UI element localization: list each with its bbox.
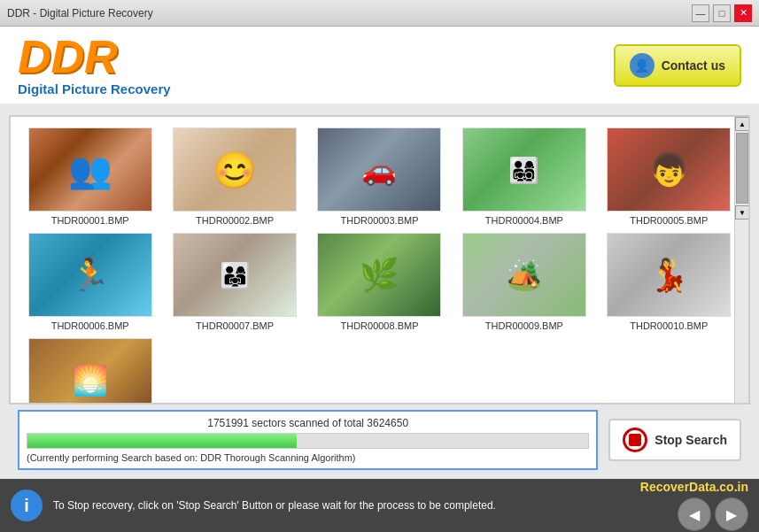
main-content: THDR00001.BMPTHDR00002.BMPTHDR00003.BMPT…	[0, 106, 759, 479]
photo-item[interactable]: THDR00011.BMP	[21, 338, 159, 403]
photo-thumbnail	[28, 338, 152, 403]
photo-filename: THDR00005.BMP	[630, 215, 708, 226]
brand-text: RecoverData.co.in	[640, 480, 748, 494]
back-button[interactable]: ◀	[678, 497, 711, 531]
photo-item[interactable]: THDR00009.BMP	[455, 233, 592, 331]
header-left: DDR Digital Picture Recovery	[18, 34, 171, 96]
photo-item[interactable]: THDR00005.BMP	[600, 127, 738, 226]
forward-button[interactable]: ▶	[715, 497, 748, 531]
scrollbar-thumb[interactable]	[736, 133, 748, 204]
photo-filename: THDR00003.BMP	[340, 215, 418, 226]
maximize-button[interactable]: □	[713, 4, 731, 22]
minimize-button[interactable]: —	[692, 4, 709, 22]
photo-item[interactable]: THDR00007.BMP	[166, 233, 303, 331]
scrollbar[interactable]: ▲ ▼	[734, 117, 748, 403]
progress-area: 1751991 sectors scanned of total 3624650…	[9, 405, 750, 470]
scan-algorithm-text: (Currently performing Search based on: D…	[27, 452, 589, 463]
photo-thumbnail	[173, 233, 297, 317]
scan-progress-text: 1751991 sectors scanned of total 3624650	[27, 417, 589, 429]
photo-item[interactable]: THDR00002.BMP	[166, 127, 303, 226]
stop-icon	[623, 428, 647, 452]
photo-filename: THDR00008.BMP	[340, 320, 418, 331]
app-subtitle: Digital Picture Recovery	[18, 81, 171, 96]
scrollbar-down-button[interactable]: ▼	[735, 205, 749, 220]
photo-item[interactable]: THDR00010.BMP	[600, 233, 738, 331]
photo-thumbnail	[317, 127, 441, 212]
photo-filename: THDR00004.BMP	[485, 215, 563, 226]
photo-item[interactable]: THDR00004.BMP	[455, 127, 592, 226]
photo-thumbnail	[462, 127, 586, 212]
contact-button-label: Contact us	[662, 58, 725, 73]
stop-icon-inner	[629, 434, 641, 446]
nav-buttons: ◀ ▶	[678, 497, 748, 531]
title-bar: DDR - Digital Picture Recovery — □ ✕	[0, 0, 759, 27]
bottom-bar: i To Stop recovery, click on 'Stop Searc…	[0, 479, 759, 532]
contact-icon: 👤	[630, 53, 654, 78]
photo-item[interactable]: THDR00003.BMP	[311, 127, 448, 226]
contact-us-button[interactable]: 👤 Contact us	[614, 44, 741, 87]
photo-thumbnail	[607, 127, 731, 212]
photo-thumbnail	[28, 127, 152, 212]
photo-thumbnail	[607, 233, 731, 317]
stop-search-button[interactable]: Stop Search	[608, 419, 741, 461]
progress-box: 1751991 sectors scanned of total 3624650…	[18, 410, 598, 470]
photo-item[interactable]: THDR00001.BMP	[21, 127, 159, 226]
photo-thumbnail	[317, 233, 441, 317]
title-bar-text: DDR - Digital Picture Recovery	[7, 7, 692, 19]
progress-bar-fill	[27, 434, 297, 448]
photo-filename: THDR00010.BMP	[630, 320, 708, 331]
photo-filename: THDR00006.BMP	[51, 320, 129, 331]
photo-grid: THDR00001.BMPTHDR00002.BMPTHDR00003.BMPT…	[11, 117, 748, 403]
info-icon: i	[11, 490, 43, 521]
app-header: DDR Digital Picture Recovery 👤 Contact u…	[0, 27, 759, 106]
photo-thumbnail	[28, 233, 152, 317]
close-button[interactable]: ✕	[734, 4, 752, 22]
photo-item[interactable]: THDR00006.BMP	[21, 233, 159, 331]
photo-filename: THDR00009.BMP	[485, 320, 563, 331]
stop-search-label: Stop Search	[654, 433, 727, 447]
photo-filename: THDR00001.BMP	[51, 215, 129, 226]
photo-filename: THDR00007.BMP	[196, 320, 274, 331]
photo-thumbnail	[173, 127, 297, 212]
photo-grid-container: THDR00001.BMPTHDR00002.BMPTHDR00003.BMPT…	[9, 115, 750, 405]
bottom-info-text: To Stop recovery, click on 'Stop Search'…	[53, 499, 630, 512]
app-logo: DDR	[18, 34, 171, 80]
photo-item[interactable]: THDR00008.BMP	[311, 233, 448, 331]
title-bar-controls: — □ ✕	[692, 4, 752, 22]
progress-bar-background	[27, 433, 589, 449]
photo-thumbnail	[462, 233, 586, 317]
photo-filename: THDR00002.BMP	[196, 215, 274, 226]
scrollbar-up-button[interactable]: ▲	[735, 117, 749, 131]
